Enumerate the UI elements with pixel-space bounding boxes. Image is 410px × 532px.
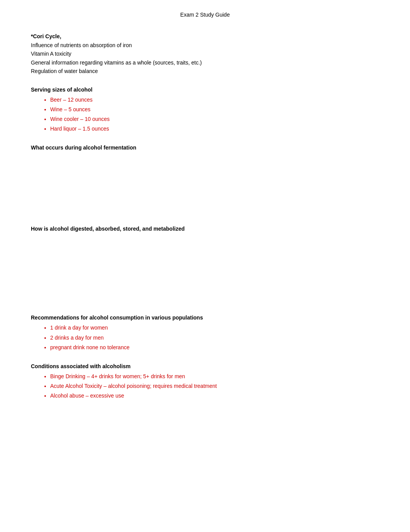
recommendations-heading: Recommendations for alcohol consumption … <box>31 314 379 321</box>
intro-item-3: General information regarding vitamins a… <box>31 58 379 67</box>
intro-section: *Cori Cycle, Influence of nutrients on a… <box>31 33 379 76</box>
serving-sizes-heading: Serving sizes of alcohol <box>31 87 379 93</box>
intro-heading: *Cori Cycle, <box>31 33 379 39</box>
intro-item-1: Influence of nutrients on absorption of … <box>31 41 379 49</box>
intro-item-4: Regulation of water balance <box>31 67 379 75</box>
list-item: Acute Alcohol Toxicity – alcohol poisoni… <box>50 381 379 391</box>
conditions-section: Conditions associated with alcoholism Bi… <box>31 363 379 401</box>
fermentation-heading: What occurs during alcohol fermentation <box>31 144 379 151</box>
serving-sizes-section: Serving sizes of alcohol Beer – 12 ounce… <box>31 87 379 134</box>
list-item: pregnant drink none no tolerance <box>50 343 379 352</box>
fermentation-section: What occurs during alcohol fermentation <box>31 144 379 215</box>
list-item: Binge Drinking – 4+ drinks for women; 5+… <box>50 372 379 381</box>
conditions-heading: Conditions associated with alcoholism <box>31 363 379 369</box>
list-item: 1 drink a day for women <box>50 323 379 333</box>
digestion-section: How is alcohol digested, absorbed, store… <box>31 226 379 304</box>
serving-sizes-list: Beer – 12 ounces Wine – 5 ounces Wine co… <box>50 95 379 134</box>
list-item: Alcohol abuse – excessive use <box>50 391 379 401</box>
list-item: Wine – 5 ounces <box>50 105 379 114</box>
list-item: Hard liquor – 1.5 ounces <box>50 124 379 134</box>
conditions-list: Binge Drinking – 4+ drinks for women; 5+… <box>50 372 379 401</box>
list-item: 2 drinks a day for men <box>50 333 379 343</box>
recommendations-list: 1 drink a day for women 2 drinks a day f… <box>50 323 379 352</box>
digestion-heading: How is alcohol digested, absorbed, store… <box>31 226 379 232</box>
page-title: Exam 2 Study Guide <box>31 12 379 18</box>
fermentation-spacer <box>31 153 379 215</box>
list-item: Beer – 12 ounces <box>50 95 379 105</box>
intro-item-2: Vitamin A toxicity <box>31 49 379 58</box>
page-container: Exam 2 Study Guide *Cori Cycle, Influenc… <box>0 0 410 532</box>
list-item: Wine cooler – 10 ounces <box>50 114 379 124</box>
digestion-spacer <box>31 234 379 304</box>
recommendations-section: Recommendations for alcohol consumption … <box>31 314 379 352</box>
